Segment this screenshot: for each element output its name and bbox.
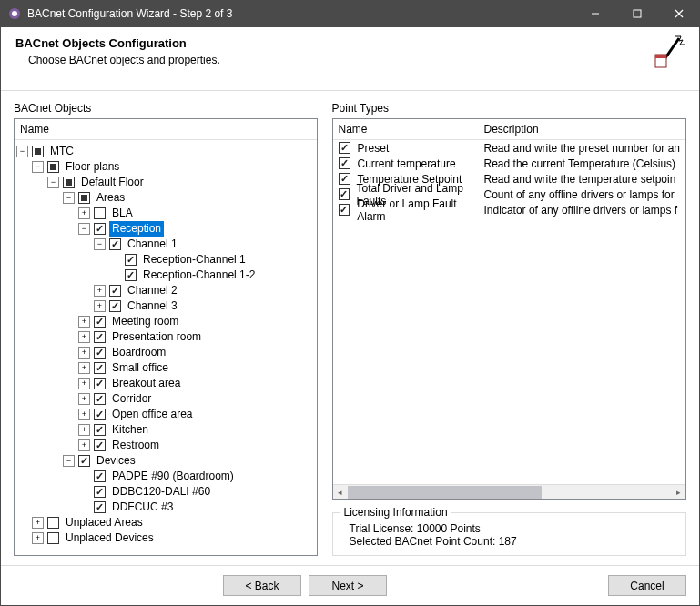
expand-toggle[interactable]: − [63,192,75,204]
scroll-left-icon[interactable]: ◂ [333,485,348,500]
tree-node-defaultfloor[interactable]: Default Floor [78,175,147,190]
checkbox[interactable] [339,157,350,169]
expand-toggle[interactable]: + [78,393,90,405]
expand-toggle[interactable]: + [78,316,90,328]
expand-toggle[interactable]: + [78,424,90,436]
cancel-button[interactable]: Cancel [608,575,686,596]
titlebar[interactable]: BACnet Configuration Wizard - Step 2 of … [0,0,700,27]
tree-node-areas[interactable]: Areas [94,190,127,206]
tree-checkbox[interactable] [94,424,106,436]
tree-node-unplaced-areas[interactable]: Unplaced Areas [63,515,146,530]
tree-node-unplaced-devices[interactable]: Unplaced Devices [63,530,157,546]
expand-toggle[interactable]: + [94,300,106,312]
tree-node[interactable]: Kitchen [109,422,151,438]
tree-node-floorplans[interactable]: Floor plans [63,159,122,175]
tree-checkbox[interactable] [78,455,90,467]
expand-toggle[interactable]: − [47,177,59,188]
tree-checkbox[interactable] [78,192,90,204]
tree-node-rc1[interactable]: Reception-Channel 1 [140,252,249,268]
licensing-group: Licensing Information Trial License: 100… [332,512,686,556]
tree-node-channel3[interactable]: Channel 3 [125,298,180,314]
tree-node[interactable]: Restroom [109,438,162,453]
tree-checkbox[interactable] [94,331,106,343]
tree-checkbox[interactable] [94,378,106,389]
tree-node[interactable]: DDBC120-DALI #60 [109,484,213,500]
checkbox[interactable] [339,188,350,200]
tree-node[interactable]: Boardroom [109,345,168,360]
point-types-headers[interactable]: Name Description [333,119,685,140]
expand-toggle[interactable]: + [94,285,106,297]
tree-node-bla[interactable]: BLA [109,206,136,221]
back-button[interactable]: < Back [223,575,301,596]
tree-node[interactable]: DDFCUC #3 [109,500,176,515]
checkbox[interactable] [339,142,350,154]
checkbox[interactable] [339,173,350,185]
tree-checkbox[interactable] [94,223,106,235]
expand-toggle[interactable]: + [32,517,44,529]
point-types-label: Point Types [332,102,686,115]
tree-checkbox[interactable] [94,362,106,374]
svg-point-1 [12,11,17,16]
tree-checkbox[interactable] [94,470,106,482]
tree-checkbox[interactable] [63,177,75,188]
tree-checkbox[interactable] [47,161,59,173]
tree-checkbox[interactable] [94,501,106,513]
tree-column-header[interactable]: Name [15,119,317,140]
scroll-track[interactable] [348,485,671,500]
tree-node[interactable]: PADPE #90 (Boardroom) [109,469,237,484]
objects-tree[interactable]: −MTC −Floor plans −Default Floor −Areas [15,140,317,555]
tree-checkbox[interactable] [109,285,121,297]
scroll-right-icon[interactable]: ▸ [671,485,685,500]
expand-toggle[interactable]: − [32,161,44,173]
tree-checkbox[interactable] [94,486,106,498]
close-button[interactable] [658,0,700,27]
tree-checkbox[interactable] [109,238,121,250]
minimize-button[interactable] [574,0,616,27]
expand-toggle[interactable]: + [78,362,90,374]
expand-toggle[interactable]: + [78,331,90,343]
tree-node-rc12[interactable]: Reception-Channel 1-2 [140,268,258,283]
tree-checkbox[interactable] [94,439,106,451]
expand-toggle[interactable]: − [16,146,28,157]
tree-node[interactable]: Small office [109,360,171,376]
tree-checkbox[interactable] [94,409,106,420]
next-button[interactable]: Next > [309,575,387,596]
expand-toggle[interactable]: − [78,223,90,235]
tree-checkbox[interactable] [47,517,59,529]
tree-checkbox[interactable] [109,300,121,312]
maximize-button[interactable] [616,0,658,27]
tree-node-devices[interactable]: Devices [94,453,138,469]
tree-checkbox[interactable] [125,254,137,266]
col-header-name[interactable]: Name [339,123,484,136]
tree-checkbox[interactable] [32,146,44,157]
checkbox[interactable] [339,204,350,216]
expand-toggle[interactable]: + [78,439,90,451]
license-line-1: Trial License: 10000 Points [344,522,675,535]
expand-toggle[interactable]: + [32,532,44,544]
tree-checkbox[interactable] [94,393,106,405]
expand-toggle[interactable]: + [78,207,90,219]
horizontal-scrollbar[interactable]: ◂ ▸ [333,484,685,499]
tree-node[interactable]: Meeting room [109,314,181,329]
tree-node-channel1[interactable]: Channel 1 [125,237,180,252]
col-header-description[interactable]: Description [484,123,680,136]
expand-toggle[interactable]: + [78,409,90,420]
tree-checkbox[interactable] [94,347,106,359]
expand-toggle[interactable]: − [63,455,75,467]
tree-node-channel2[interactable]: Channel 2 [125,283,180,298]
tree-checkbox[interactable] [94,316,106,328]
expand-toggle[interactable]: − [94,238,106,250]
scroll-thumb[interactable] [348,486,542,499]
tree-node[interactable]: Breakout area [109,376,183,391]
expand-toggle[interactable]: + [78,378,90,389]
tree-node-mtc[interactable]: MTC [47,144,76,159]
tree-checkbox[interactable] [94,207,106,219]
tree-checkbox[interactable] [47,532,59,544]
tree-node[interactable]: Corridor [109,391,154,407]
point-types-list[interactable]: PresetRead and write the preset number f… [333,140,685,484]
tree-node[interactable]: Presentation room [109,329,204,345]
expand-toggle[interactable]: + [78,347,90,359]
tree-node[interactable]: Open office area [109,407,196,422]
tree-checkbox[interactable] [125,269,137,281]
tree-node-reception[interactable]: Reception [109,221,164,237]
